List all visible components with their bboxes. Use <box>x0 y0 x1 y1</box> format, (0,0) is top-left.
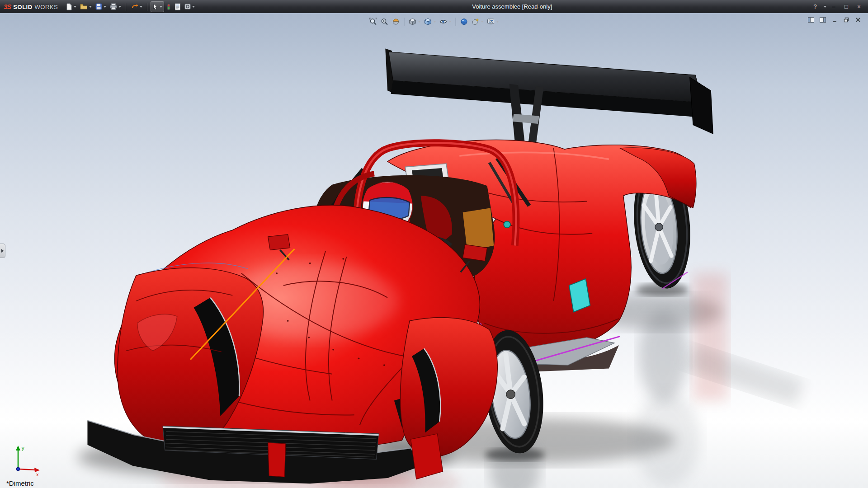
apply-scene-icon[interactable] <box>471 16 485 27</box>
open-icon[interactable] <box>79 1 93 12</box>
save-icon[interactable] <box>94 1 108 12</box>
print-icon[interactable] <box>108 1 123 12</box>
caret-icon[interactable] <box>192 6 195 8</box>
window-controls: ? – □ × <box>810 2 864 11</box>
restore-document-icon[interactable] <box>842 16 851 24</box>
zoom-to-fit-icon[interactable] <box>368 16 378 27</box>
splitter-endplate <box>411 434 443 479</box>
view-orientation-icon[interactable] <box>408 16 422 27</box>
triad-y-label: y <box>22 446 24 451</box>
caret-icon[interactable] <box>140 6 142 8</box>
caret-icon[interactable] <box>449 21 452 23</box>
toggle-right-pane-icon[interactable] <box>818 16 827 24</box>
window-title: Voiture assemblee [Read-only] <box>472 3 552 10</box>
standard-toolbar <box>64 1 196 12</box>
caret-icon[interactable] <box>74 6 76 8</box>
graphics-area[interactable]: y x *Dimetric <box>0 13 868 488</box>
caret-icon[interactable] <box>104 6 106 8</box>
maximize-button[interactable]: □ <box>841 2 852 11</box>
view-orientation-label: *Dimetric <box>6 479 34 487</box>
reference-triad: y x <box>8 443 47 478</box>
help-button[interactable]: ? <box>810 2 821 11</box>
expand-arrow-icon <box>1 249 4 253</box>
new-document-icon[interactable] <box>64 1 78 12</box>
close-button[interactable]: × <box>854 2 864 11</box>
car-model[interactable] <box>0 13 868 488</box>
toolbar-separator <box>126 3 126 11</box>
solidworks-logo: 3S SOLIDWORKS <box>4 3 58 10</box>
toolbar-separator <box>147 3 147 11</box>
triad-x-label: x <box>36 472 39 477</box>
feature-manager-flyout-tab[interactable] <box>0 244 5 258</box>
caret-icon[interactable] <box>89 6 92 8</box>
section-view-icon[interactable] <box>391 16 401 27</box>
rear-wing <box>385 48 713 154</box>
display-style-icon[interactable] <box>423 16 437 27</box>
close-document-icon[interactable] <box>854 16 863 24</box>
select-icon[interactable] <box>151 1 164 12</box>
caret-icon[interactable] <box>418 21 421 23</box>
help-caret-icon[interactable] <box>824 6 826 8</box>
brand-name-works: WORKS <box>35 4 58 10</box>
hide-show-items-icon[interactable] <box>439 16 453 27</box>
toolbar-separator <box>404 18 405 26</box>
caret-icon[interactable] <box>481 21 484 23</box>
brand-name-solid: SOLID <box>13 4 32 10</box>
file-properties-icon[interactable] <box>173 1 182 12</box>
caret-icon[interactable] <box>118 6 121 8</box>
caret-icon[interactable] <box>160 6 162 8</box>
headsup-view-toolbar <box>366 15 503 28</box>
caret-icon[interactable] <box>496 21 499 23</box>
view-settings-icon[interactable] <box>486 16 500 27</box>
brand-mark: 3S <box>4 3 11 10</box>
solidworks-window: 3S SOLIDWORKS <box>0 0 868 488</box>
options-icon[interactable] <box>183 1 196 12</box>
titlebar: 3S SOLIDWORKS <box>0 0 868 13</box>
zoom-to-area-icon[interactable] <box>380 16 390 27</box>
document-window-controls <box>807 16 863 24</box>
rebuild-icon[interactable] <box>165 1 172 12</box>
toolbar-separator <box>456 18 456 26</box>
minimize-document-icon[interactable] <box>830 16 839 24</box>
edit-appearance-icon[interactable] <box>459 16 469 27</box>
minimize-button[interactable]: – <box>828 2 839 11</box>
caret-icon[interactable] <box>434 21 436 23</box>
undo-icon[interactable] <box>129 1 144 12</box>
splitter-post <box>268 443 286 477</box>
toggle-left-pane-icon[interactable] <box>807 16 816 24</box>
